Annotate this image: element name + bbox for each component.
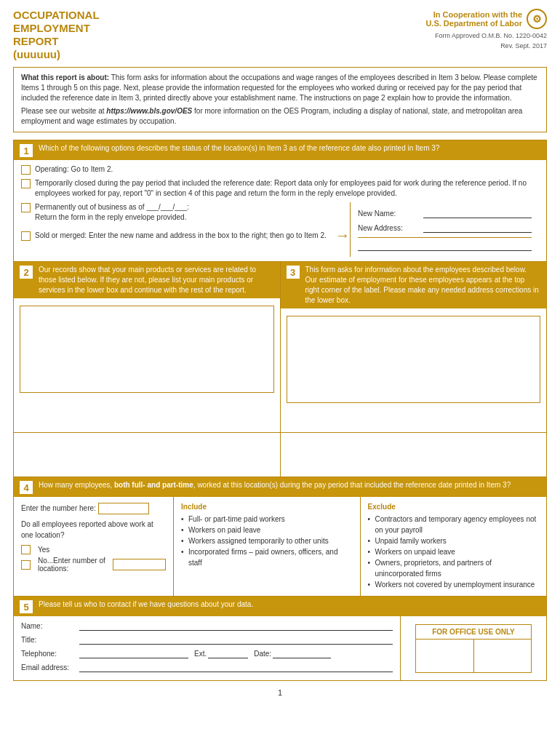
section4-header-text: How many employees, both full- and part-…: [39, 480, 511, 490]
new-name-input[interactable]: [423, 208, 532, 218]
section2-header: 2 Our records show that your main produc…: [14, 262, 280, 298]
ext-input[interactable]: [208, 648, 248, 658]
section2-body: [14, 298, 280, 422]
section5-header: 5 Please tell us who to contact if we ha…: [14, 597, 546, 616]
office-cell-1: [416, 640, 474, 672]
section2-col: 2 Our records show that your main produc…: [14, 262, 281, 432]
exclude-item-3: Workers on unpaid leave: [368, 546, 540, 557]
intro-para2: Please see our website at https://www.bl…: [21, 106, 539, 127]
name-input[interactable]: [79, 621, 393, 631]
section4-body: Enter the number here: Do all employees …: [14, 497, 546, 596]
employee-count-input[interactable]: [98, 503, 149, 514]
section1-option2: Temporarily closed during the pay period…: [21, 178, 539, 199]
do-all-question: Do all employees reported above work at …: [21, 519, 166, 573]
arrow-icon: →: [335, 227, 350, 244]
header-left: OCCUPATIONAL EMPLOYMENT REPORT (uuuuuu): [13, 9, 100, 61]
section5-header-text: Please tell us who to contact if we have…: [39, 599, 253, 610]
section3-col: 3 This form asks for information about t…: [281, 262, 547, 432]
section4-exclude: Exclude Contractors and temporary agency…: [361, 497, 547, 596]
intro-box: What this report is about: This form ask…: [13, 67, 547, 132]
telephone-field: Telephone: Ext. Date:: [21, 648, 393, 658]
email-field: Email address:: [21, 662, 393, 672]
title-field: Title:: [21, 634, 393, 645]
yes-option: Yes: [21, 544, 166, 554]
enter-number-label: Enter the number here:: [21, 503, 166, 514]
form-info-line2: Rev. Sept. 2017: [425, 42, 547, 49]
section1-option4: Sold or merged: Enter the new name and a…: [21, 227, 350, 244]
intro-para1: What this report is about: This form ask…: [21, 73, 539, 103]
telephone-input[interactable]: [79, 648, 188, 658]
option4-checkbox[interactable]: [21, 231, 31, 241]
include-header: Include: [181, 503, 353, 511]
section1-left-options: Permanently out of business as of ___/__…: [21, 202, 350, 257]
office-use-cells: [416, 640, 531, 672]
num-locations-input[interactable]: [113, 559, 166, 570]
section4-include: Include Full- or part-time paid workers …: [174, 497, 361, 596]
page: OCCUPATIONAL EMPLOYMENT REPORT (uuuuuu) …: [0, 0, 560, 745]
office-use-box: FOR OFFICE USE ONLY: [415, 624, 532, 673]
section1-header: 1 Which of the following options describ…: [14, 140, 546, 160]
coop-line2: U.S. Department of Labor: [425, 19, 522, 28]
exclude-item-4: Owners, proprietors, and partners of uni…: [368, 557, 540, 579]
section4-left: Enter the number here: Do all employees …: [14, 497, 174, 596]
new-address-input[interactable]: [423, 223, 532, 233]
new-address-field: New Address:: [358, 223, 532, 233]
include-item-4: Incorporated firms – paid owners, office…: [181, 546, 353, 568]
all-sections: 1 Which of the following options describ…: [13, 140, 547, 681]
section1-number: 1: [20, 144, 33, 157]
coop-line1: In Cooperation with the: [425, 10, 522, 19]
address-row: [14, 432, 546, 477]
option3-text: Permanently out of business as of ___/__…: [35, 203, 189, 221]
no-option: No...Enter number of locations:: [21, 557, 166, 573]
email-input[interactable]: [79, 662, 393, 672]
section2-textarea[interactable]: [20, 306, 274, 393]
exclude-header: Exclude: [368, 503, 540, 511]
exclude-item-2: Unpaid family workers: [368, 535, 540, 546]
new-address-input2[interactable]: [358, 241, 532, 251]
report-title: OCCUPATIONAL EMPLOYMENT REPORT (uuuuuu): [13, 9, 100, 61]
option1-checkbox[interactable]: [21, 165, 31, 175]
office-use-label: FOR OFFICE USE ONLY: [416, 625, 531, 640]
section4-header: 4 How many employees, both full- and par…: [14, 477, 546, 497]
section1-right-fields: New Name: New Address:: [350, 202, 539, 257]
section1-split: Permanently out of business as of ___/__…: [21, 202, 539, 257]
option2-checkbox[interactable]: [21, 179, 31, 188]
address-right: [281, 433, 547, 477]
section4: 4 How many employees, both full- and par…: [14, 477, 546, 596]
section2-number: 2: [20, 266, 33, 279]
yes-checkbox[interactable]: [21, 545, 31, 554]
section1-body: Operating: Go to Item 2. Temporarily clo…: [14, 160, 546, 261]
name-field: Name:: [21, 621, 393, 631]
dol-icon: ⚙: [527, 9, 547, 29]
page-number: 1: [13, 688, 547, 697]
exclude-list: Contractors and temporary agency employe…: [368, 514, 540, 590]
form-info-line1: Form Approved O.M.B. No. 1220-0042: [425, 32, 547, 39]
header-right: In Cooperation with the U.S. Department …: [425, 9, 547, 49]
header: OCCUPATIONAL EMPLOYMENT REPORT (uuuuuu) …: [13, 9, 547, 61]
section3-header-text: This form asks for information about the…: [305, 265, 541, 306]
section3-textarea[interactable]: [287, 316, 541, 403]
section1-option1: Operating: Go to Item 2.: [21, 164, 539, 175]
section5-body: Name: Title: Telephone: Ext. Date:: [14, 616, 546, 680]
include-item-1: Full- or part-time paid workers: [181, 514, 353, 525]
section3-number: 3: [287, 266, 300, 279]
address-left: [14, 433, 281, 477]
exclude-item-5: Workers not covered by unemployment insu…: [368, 579, 540, 590]
include-item-3: Workers assigned temporarily to other un…: [181, 535, 353, 546]
section5-fields: Name: Title: Telephone: Ext. Date:: [14, 616, 401, 680]
sections-2-3-row: 2 Our records show that your main produc…: [14, 261, 546, 432]
section1-option3: Permanently out of business as of ___/__…: [21, 202, 350, 223]
option3-checkbox[interactable]: [21, 203, 31, 212]
new-name-field: New Name:: [358, 208, 532, 218]
title-input[interactable]: [79, 634, 393, 645]
office-cell-2: [474, 640, 532, 672]
include-list: Full- or part-time paid workers Workers …: [181, 514, 353, 568]
section3-body: [281, 308, 547, 432]
section5-number: 5: [20, 600, 33, 613]
office-use-box-wrapper: FOR OFFICE USE ONLY: [401, 616, 546, 680]
section5: 5 Please tell us who to contact if we ha…: [14, 596, 546, 680]
no-checkbox[interactable]: [21, 560, 31, 570]
date-input[interactable]: [273, 648, 331, 658]
exclude-item-1: Contractors and temporary agency employe…: [368, 514, 540, 535]
section2-header-text: Our records show that your main products…: [39, 265, 274, 295]
